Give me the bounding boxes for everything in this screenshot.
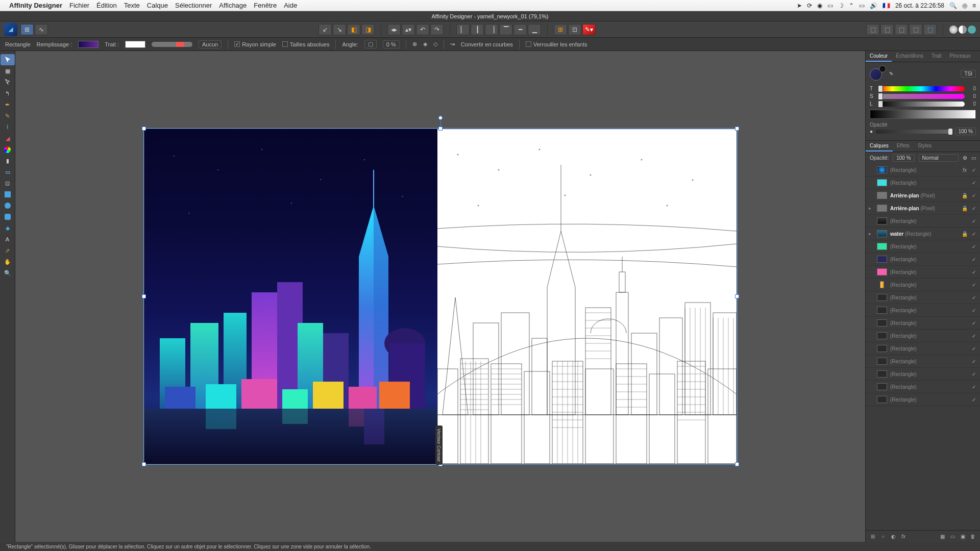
opacity-value[interactable]: 100 % [955, 128, 976, 135]
cloud-icon[interactable]: ◉ [817, 2, 822, 9]
handle-top-left[interactable] [142, 127, 146, 131]
visibility-check[interactable]: ✓ [971, 359, 977, 364]
lock-icon[interactable]: 🔒 [962, 206, 968, 211]
tab-color[interactable]: Couleur [866, 51, 892, 62]
menu-edit[interactable]: Édition [96, 2, 117, 9]
fill-swatch[interactable] [78, 41, 99, 48]
delete-layer-icon[interactable]: 🗑 [969, 533, 977, 540]
dnd-icon[interactable]: ☽ [838, 2, 844, 9]
disclosure-icon[interactable]: ▸ [869, 231, 874, 236]
pen-tool[interactable]: ✒ [1, 99, 15, 110]
layer-row[interactable]: (Rectangle)✓ [866, 215, 980, 228]
align-top[interactable]: ▔ [499, 24, 512, 35]
sat-slider[interactable] [878, 94, 965, 99]
app-name[interactable]: Affinity Designer [9, 2, 62, 9]
vector-crop-tool[interactable]: ⊡ [1, 178, 15, 189]
layer-row[interactable]: (Rectangle)✓ [866, 266, 980, 279]
align-left[interactable]: ▏ [456, 24, 470, 35]
visibility-check[interactable]: ✓ [971, 282, 977, 288]
menu-file[interactable]: Fichier [69, 2, 89, 9]
rotation-handle[interactable] [438, 116, 443, 120]
layer-row[interactable]: (Rectangle)✓ [866, 304, 980, 317]
place-tool[interactable]: ▮ [1, 155, 15, 166]
tab-stroke[interactable]: Trait [927, 51, 946, 62]
adjustment-layer-icon[interactable]: ◐ [889, 533, 897, 540]
convert-icon[interactable]: ↝ [450, 41, 455, 47]
display-icon[interactable]: ▭ [827, 2, 833, 9]
snap-toggle[interactable]: ⊞ [554, 24, 567, 35]
layer-row[interactable]: (Rectangle)✓ [866, 393, 980, 406]
visibility-check[interactable]: ✓ [971, 206, 977, 211]
layer-row[interactable]: Arrière-plan (Pixel)🔒✓ [866, 189, 980, 202]
layer-row[interactable]: ▸water (Rectangle)🔒✓ [866, 228, 980, 240]
add-layer-icon[interactable]: ▭ [948, 533, 957, 540]
color-mode-select[interactable]: TSI [961, 70, 976, 78]
menu-text[interactable]: Texte [124, 2, 140, 9]
spotlight-icon[interactable]: 🔍 [949, 2, 957, 9]
tab-effects[interactable]: Effets [893, 141, 914, 152]
visibility-check[interactable]: ✓ [971, 180, 977, 186]
wifi-icon[interactable]: ⌃ [849, 2, 854, 9]
eyedropper-tool[interactable]: ⇗ [1, 245, 15, 256]
handle-mid-left[interactable] [142, 294, 146, 298]
stroke-style[interactable]: Aucun [199, 40, 222, 48]
corner-tool[interactable]: ↰ [1, 88, 15, 99]
snap-options[interactable]: ⊡ [568, 24, 581, 35]
handle-top-right[interactable] [735, 127, 739, 131]
stroke-swatch[interactable] [125, 41, 145, 48]
layer-row[interactable]: (Rectangle)✓ [866, 355, 980, 368]
visibility-check[interactable]: ✓ [971, 384, 977, 390]
lock-icon[interactable]: 🔒 [962, 193, 968, 198]
persona-designer[interactable]: ⊞ [20, 24, 34, 35]
layer-row[interactable]: (Rectangle)✓ [866, 240, 980, 253]
split-view-label[interactable]: Vecteur Contour [435, 425, 443, 465]
view-mode-2[interactable] [959, 26, 967, 34]
tab-brushes[interactable]: Pinceaux [946, 51, 975, 62]
blend-mode-select[interactable]: Normal [919, 154, 959, 162]
layer-row[interactable]: (Rectangle)✓ [866, 177, 980, 189]
layer-list[interactable]: (Rectangle)fx✓(Rectangle)✓Arrière-plan (… [866, 164, 980, 530]
flip-vertical[interactable]: ▴▾ [402, 24, 415, 35]
convert-curves-button[interactable]: Convertir en courbes [461, 41, 513, 47]
layer-row[interactable]: ▸Arrière-plan (Pixel)🔒✓ [866, 202, 980, 215]
handle-top-mid[interactable] [438, 127, 443, 131]
view-mode-1[interactable] [949, 26, 958, 34]
op-combine[interactable]: ⬚ [923, 24, 937, 35]
rotate-cw[interactable]: ↷ [430, 24, 444, 35]
rotate-ccw[interactable]: ↶ [416, 24, 429, 35]
op-subtract[interactable]: ⬚ [880, 24, 894, 35]
layer-row[interactable]: (Rectangle)✓ [866, 381, 980, 393]
artboard-tool[interactable]: ▦ [1, 65, 15, 77]
app-logo-icon[interactable]: ◢ [4, 23, 17, 36]
visibility-check[interactable]: ✓ [971, 295, 977, 300]
mask-layer-icon[interactable]: ○ [879, 533, 887, 540]
arrange-back[interactable]: ↙ [318, 24, 332, 35]
abs-sizes-check[interactable]: Tailles absolues [282, 41, 330, 47]
menu-help[interactable]: Aide [284, 2, 297, 9]
visibility-check[interactable]: ✓ [971, 257, 977, 262]
artboard[interactable]: Vecteur Contour [144, 129, 737, 464]
visibility-check[interactable]: ✓ [971, 167, 977, 173]
visibility-check[interactable]: ✓ [971, 346, 977, 352]
lock-icon[interactable]: 🔒 [962, 231, 968, 237]
view-mode-3[interactable] [968, 26, 976, 34]
menu-window[interactable]: Fenêtre [254, 2, 277, 9]
disclosure-icon[interactable]: ▸ [869, 206, 874, 211]
rectangle-tool[interactable] [1, 189, 15, 200]
add-pixel-layer-icon[interactable]: ▦ [938, 533, 946, 540]
canvas-area[interactable]: Vecteur Contour [15, 51, 865, 542]
layer-row[interactable]: (Rectangle)✓ [866, 317, 980, 330]
visibility-check[interactable]: ✓ [971, 231, 977, 237]
flag-icon[interactable]: 🇫🇷 [883, 2, 890, 9]
noise-toggle-icon[interactable]: ● [870, 129, 873, 134]
align-right[interactable]: ▕ [485, 24, 498, 35]
hue-slider[interactable] [878, 86, 965, 91]
crop-tool[interactable]: ▭ [1, 166, 15, 178]
visibility-check[interactable]: ✓ [971, 371, 977, 377]
visibility-check[interactable]: ✓ [971, 333, 977, 339]
gradient-strip[interactable] [870, 110, 976, 119]
layer-opacity-value[interactable]: 100 % [893, 154, 914, 162]
rounded-rect-tool[interactable] [1, 211, 15, 222]
align-bottom[interactable]: ▁ [528, 24, 541, 35]
transform-mode-icon[interactable]: ◈ [423, 41, 427, 47]
